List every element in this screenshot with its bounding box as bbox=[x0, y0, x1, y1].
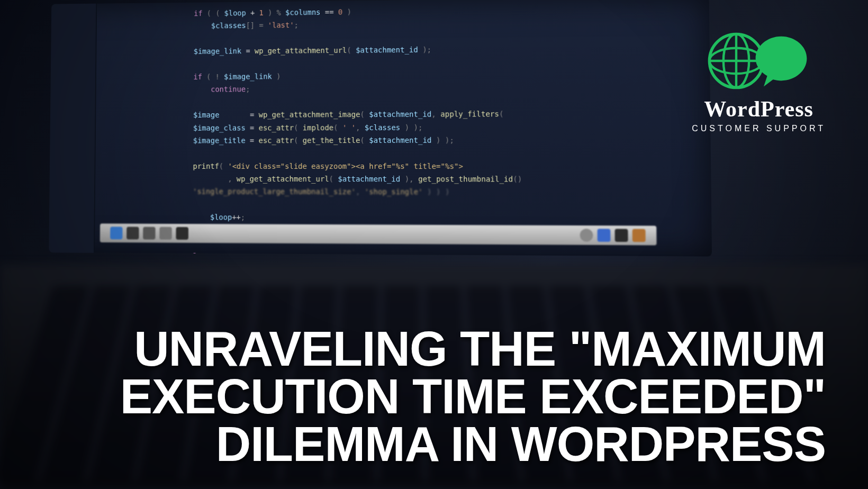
code-line: $image = wp_get_attachment_image( $attac… bbox=[193, 107, 699, 121]
code-line: , wp_get_attachment_url( $attachment_id … bbox=[193, 173, 700, 186]
taskbar-icon bbox=[598, 229, 611, 242]
taskbar-icon bbox=[580, 229, 593, 242]
logo-block: WordPress CUSTOMER SUPPORT bbox=[692, 32, 826, 133]
code-line bbox=[193, 94, 699, 108]
code-line bbox=[193, 198, 700, 212]
logo-icons-container bbox=[692, 32, 826, 90]
speech-bubble-icon bbox=[752, 32, 810, 90]
taskbar-icon bbox=[615, 229, 628, 242]
code-gutter bbox=[49, 4, 97, 253]
hero-banner: if ( ( $loop + 1 ) % $columns == 0 ) $cl… bbox=[0, 0, 868, 489]
taskbar-icon bbox=[632, 229, 646, 242]
code-line: $image_class = esc_attr( implode( ' ', $… bbox=[193, 121, 700, 134]
taskbar-icon bbox=[110, 227, 122, 239]
laptop-taskbar bbox=[100, 223, 657, 245]
taskbar-icon bbox=[176, 227, 188, 240]
taskbar-icon bbox=[143, 227, 155, 240]
logo-title: WordPress bbox=[692, 96, 826, 122]
code-line: 'single_product_large_thumbnail_size', '… bbox=[193, 186, 700, 198]
code-line: printf( '<div class="slide easyzoom"><a … bbox=[193, 160, 700, 173]
code-line: $image_title = esc_attr( get_the_title( … bbox=[193, 134, 700, 147]
logo-subtitle: CUSTOMER SUPPORT bbox=[692, 124, 826, 133]
taskbar-icon bbox=[159, 227, 172, 240]
code-line: $loop++; bbox=[193, 212, 701, 225]
taskbar-icon bbox=[126, 227, 139, 240]
code-line: continue; bbox=[193, 81, 699, 95]
code-line bbox=[194, 55, 699, 70]
code-line: if ( ! $image_link ) bbox=[193, 68, 699, 83]
code-editor-content: if ( ( $loop + 1 ) % $columns == 0 ) $cl… bbox=[171, 0, 712, 257]
headline-text: UNRAVELING THE "MAXIMUM EXECUTION TIME E… bbox=[106, 325, 826, 468]
headline-container: UNRAVELING THE "MAXIMUM EXECUTION TIME E… bbox=[106, 325, 826, 468]
laptop-screen-mockup: if ( ( $loop + 1 ) % $columns == 0 ) $cl… bbox=[49, 0, 712, 257]
code-line bbox=[193, 147, 700, 159]
